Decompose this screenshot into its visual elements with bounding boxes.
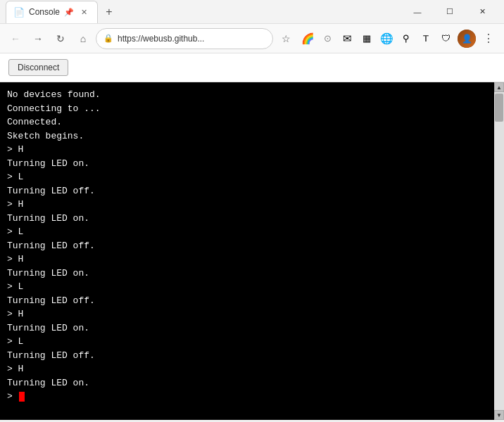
console-line: Turning LED off. (7, 294, 490, 308)
text-extension-icon[interactable]: T (417, 30, 435, 48)
scroll-thumb[interactable] (495, 94, 503, 122)
forward-button[interactable]: → (28, 29, 48, 49)
scroll-up-arrow[interactable]: ▲ (494, 82, 504, 92)
console-line: > H (7, 198, 490, 212)
address-text: https://webusb.github... (118, 34, 204, 44)
person-extension-icon[interactable]: ⚲ (397, 30, 415, 48)
globe-extension-icon[interactable]: 🌐 (377, 30, 396, 48)
console-wrapper: No devices found.Connecting to ...Connec… (0, 82, 504, 420)
console-line: > L (7, 225, 490, 239)
profile-avatar: 👤 (458, 30, 476, 48)
nav-bar: ← → ↻ ⌂ 🔒 https://webusb.github... ☆ 🌈 ⊙… (0, 24, 504, 53)
rainbow-extension-icon[interactable]: 🌈 (298, 30, 317, 48)
console-output[interactable]: No devices found.Connecting to ...Connec… (0, 82, 504, 420)
back-button[interactable]: ← (6, 29, 25, 49)
console-line: Turning LED on. (7, 212, 490, 226)
disconnect-button[interactable]: Disconnect (8, 59, 68, 76)
console-line: Turning LED off. (7, 349, 490, 363)
grid-extension-icon[interactable]: ▦ (358, 30, 376, 48)
close-button[interactable]: ✕ (466, 0, 498, 24)
console-line: > H (7, 362, 490, 376)
console-line: Turning LED on. (7, 267, 490, 281)
tab-icon: 📄 (13, 7, 25, 18)
tab-pin-icon: 📌 (64, 8, 74, 17)
console-line: > H (7, 252, 490, 267)
mail-extension-icon[interactable]: ✉ (338, 30, 356, 48)
console-line: Connected. (7, 115, 490, 129)
lock-icon: 🔒 (103, 34, 113, 43)
maximize-button[interactable]: ☐ (434, 0, 466, 24)
tab-close-button[interactable]: ✕ (78, 6, 90, 18)
profile-icon[interactable]: 👤 (458, 30, 476, 48)
window-controls: — ☐ ✕ (401, 0, 498, 24)
console-line: > L (7, 335, 490, 349)
console-line: > L (7, 170, 490, 184)
bookmark-button[interactable]: ☆ (276, 29, 296, 49)
console-line: Sketch begins. (7, 129, 490, 143)
tab-title: Console (29, 7, 60, 17)
console-line: > L (7, 280, 490, 294)
scroll-track (494, 92, 504, 410)
console-line: Turning LED off. (7, 184, 490, 198)
circle-extension-icon[interactable]: ⊙ (318, 30, 336, 48)
console-scrollbar[interactable]: ▲ ▼ (494, 82, 504, 420)
console-line: Turning LED on. (7, 376, 490, 390)
console-line: Turning LED on. (7, 321, 490, 335)
home-button[interactable]: ⌂ (73, 29, 93, 49)
console-line: > (7, 390, 490, 404)
address-bar[interactable]: 🔒 https://webusb.github... (96, 28, 273, 49)
toolbar: Disconnect (0, 53, 504, 82)
browser-tab[interactable]: 📄 Console 📌 ✕ (6, 1, 98, 23)
scroll-down-arrow[interactable]: ▼ (494, 410, 504, 420)
title-bar: 📄 Console 📌 ✕ + — ☐ ✕ (0, 0, 504, 24)
console-line: > H (7, 143, 490, 157)
console-line: Connecting to ... (7, 102, 490, 116)
console-line: No devices found. (7, 88, 490, 102)
browser-menu-button[interactable]: ⋮ (479, 29, 498, 49)
new-tab-button[interactable]: + (99, 2, 119, 22)
extension-icons: 🌈 ⊙ ✉ ▦ 🌐 ⚲ T 🛡 (298, 30, 455, 48)
cursor-block (19, 392, 25, 402)
console-line: Turning LED off. (7, 239, 490, 253)
minimize-button[interactable]: — (401, 0, 434, 24)
console-line: > H (7, 307, 490, 321)
console-line: Turning LED on. (7, 157, 490, 171)
refresh-button[interactable]: ↻ (51, 29, 70, 49)
shield-extension-icon[interactable]: 🛡 (436, 30, 455, 48)
